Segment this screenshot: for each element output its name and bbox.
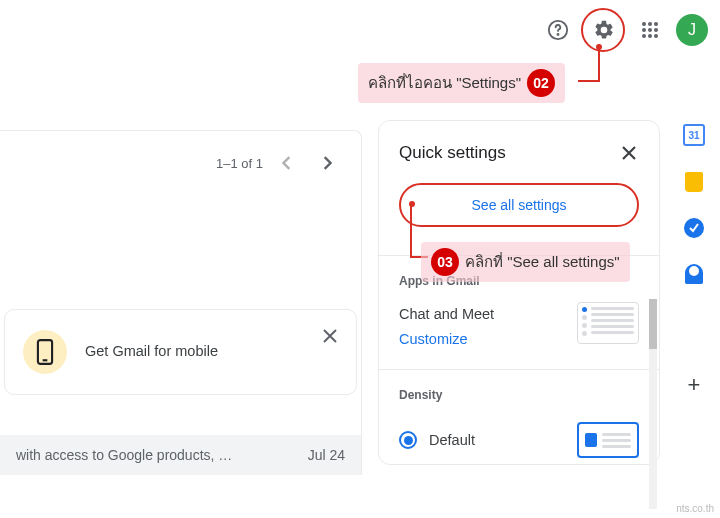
- support-icon[interactable]: [538, 10, 578, 50]
- radio-checked-icon: [399, 431, 417, 449]
- scrollbar[interactable]: [649, 299, 657, 509]
- promo-card: Get Gmail for mobile: [4, 309, 357, 395]
- svg-point-9: [648, 34, 652, 38]
- close-icon[interactable]: [619, 143, 639, 163]
- chat-thumbnail: [577, 302, 639, 344]
- keep-icon[interactable]: [685, 172, 703, 192]
- gear-icon[interactable]: [584, 10, 624, 50]
- mail-row[interactable]: with access to Google products, … Jul 24: [0, 435, 361, 475]
- annotation-text: คลิกที่ "See all settings": [465, 250, 620, 274]
- chat-meet-label: Chat and Meet: [399, 302, 494, 327]
- divider: [379, 369, 659, 370]
- density-default-label: Default: [429, 432, 475, 448]
- quick-settings-panel: Quick settings See all settings Apps in …: [378, 120, 660, 465]
- apps-grid-icon[interactable]: [630, 10, 670, 50]
- annotation-connector: [410, 204, 412, 256]
- close-icon[interactable]: [320, 326, 340, 346]
- avatar[interactable]: J: [676, 14, 708, 46]
- annotation-step-number: 03: [431, 248, 459, 276]
- density-thumbnail: [577, 422, 639, 458]
- annotation-callout-02: คลิกที่ไอคอน "Settings" 02: [358, 63, 565, 103]
- panel-title: Quick settings: [399, 143, 506, 163]
- svg-point-5: [642, 28, 646, 32]
- pager: 1–1 of 1: [0, 141, 361, 199]
- contacts-icon[interactable]: [685, 264, 703, 284]
- svg-point-10: [654, 34, 658, 38]
- svg-point-8: [642, 34, 646, 38]
- scrollbar-thumb[interactable]: [649, 299, 657, 349]
- svg-point-6: [648, 28, 652, 32]
- pager-next-icon[interactable]: [311, 147, 343, 179]
- mail-date: Jul 24: [308, 447, 345, 463]
- mobile-icon: [23, 330, 67, 374]
- annotation-text: คลิกที่ไอคอน "Settings": [368, 71, 521, 95]
- watermark: nts.co.th: [676, 503, 714, 514]
- svg-point-7: [654, 28, 658, 32]
- annotation-connector: [598, 44, 600, 82]
- side-panel: 31 +: [672, 124, 716, 396]
- calendar-icon[interactable]: 31: [683, 124, 705, 146]
- svg-point-1: [557, 34, 558, 35]
- svg-point-2: [642, 22, 646, 26]
- svg-point-4: [654, 22, 658, 26]
- annotation-callout-03: 03 คลิกที่ "See all settings": [421, 242, 630, 282]
- pager-prev-icon[interactable]: [271, 147, 303, 179]
- add-icon[interactable]: +: [688, 374, 701, 396]
- inbox-column: 1–1 of 1 Get Gmail for mobile with acces…: [0, 130, 362, 475]
- density-option-default[interactable]: Default: [399, 416, 639, 464]
- promo-text: Get Gmail for mobile: [85, 342, 218, 362]
- annotation-connector: [578, 80, 600, 82]
- mail-subject: with access to Google products, …: [16, 447, 232, 463]
- pager-count: 1–1 of 1: [216, 156, 263, 171]
- customize-link[interactable]: Customize: [399, 327, 494, 352]
- svg-point-3: [648, 22, 652, 26]
- see-all-settings-button[interactable]: See all settings: [399, 183, 639, 227]
- tasks-icon[interactable]: [684, 218, 704, 238]
- section-title-density: Density: [399, 388, 639, 402]
- annotation-step-number: 02: [527, 69, 555, 97]
